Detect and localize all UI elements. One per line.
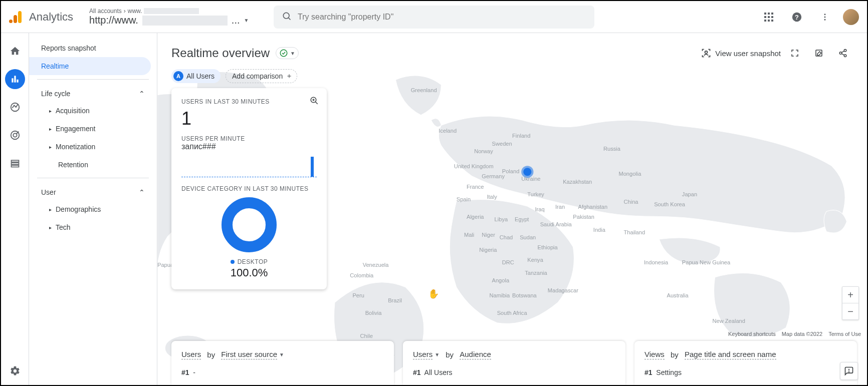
card2-metric[interactable]: Users <box>413 350 432 359</box>
sidebar-acquisition-label: Acquisition <box>56 107 90 115</box>
search-input[interactable] <box>298 13 586 22</box>
svg-point-3 <box>283 13 289 19</box>
search-bar[interactable] <box>274 6 594 29</box>
sidebar-tech-label: Tech <box>56 223 71 231</box>
chevron-up-icon: ⌃ <box>139 188 145 196</box>
svg-text:?: ? <box>795 13 799 21</box>
sidebar-engagement-label: Engagement <box>56 125 95 133</box>
svg-text:Botswana: Botswana <box>512 292 537 298</box>
sidebar-retention[interactable]: Retention <box>29 156 157 174</box>
map-zoom-out-button[interactable]: − <box>842 303 858 319</box>
chevron-down-icon[interactable]: ▼ <box>279 352 284 357</box>
card1-metric[interactable]: Users <box>181 350 201 359</box>
card2-dim[interactable]: Audience <box>460 350 491 359</box>
apps-icon[interactable] <box>759 7 779 27</box>
svg-rect-21 <box>17 80 18 83</box>
svg-text:Mongolia: Mongolia <box>618 171 641 177</box>
account-breadcrumb: All accounts › www. <box>89 8 250 15</box>
card-users-by-source: Users by First user source ▼ #1 - <box>171 341 394 385</box>
card3-rank: #1 <box>644 368 653 376</box>
logo[interactable]: Analytics <box>9 10 73 24</box>
status-chip[interactable]: ▼ <box>276 47 299 59</box>
help-icon[interactable]: ? <box>787 7 807 27</box>
add-comparison-button[interactable]: Add comparison ＋ <box>226 69 297 83</box>
account-selector[interactable]: All accounts › www. http://www.... ▼ <box>89 8 250 26</box>
svg-text:France: France <box>467 184 484 190</box>
svg-text:Thailand: Thailand <box>624 229 645 235</box>
users-per-minute-chart <box>181 155 317 177</box>
rail-explore-icon[interactable] <box>5 97 25 117</box>
rail-reports-icon[interactable] <box>5 69 25 89</box>
segment-all-users[interactable]: A All Users <box>171 69 221 83</box>
svg-text:Sweden: Sweden <box>492 141 512 147</box>
svg-rect-1 <box>14 15 17 23</box>
page-title: Realtime overview <box>171 46 270 60</box>
fullscreen-icon[interactable] <box>785 43 805 63</box>
svg-text:Chad: Chad <box>500 234 513 240</box>
header-actions: ? <box>759 7 859 27</box>
svg-text:Venezuela: Venezuela <box>363 262 389 268</box>
user-focus-icon <box>701 48 711 58</box>
card3-by: by <box>671 350 679 359</box>
sidebar-group-user[interactable]: User ⌃ <box>29 182 157 200</box>
top-actions: View user snapshot <box>701 43 853 63</box>
avatar[interactable] <box>843 9 859 25</box>
sidebar-reports-snapshot[interactable]: Reports snapshot <box>29 39 151 57</box>
svg-point-17 <box>824 16 826 18</box>
segment-chips: A All Users Add comparison ＋ <box>157 69 867 89</box>
svg-text:Saudi Arabia: Saudi Arabia <box>540 222 572 228</box>
svg-text:Mali: Mali <box>464 232 474 238</box>
svg-text:DRC: DRC <box>502 259 514 265</box>
svg-text:Peru: Peru <box>352 292 364 298</box>
map-shortcuts-link[interactable]: Keyboard shortcuts <box>728 331 776 337</box>
sidebar-tech[interactable]: ▸Tech <box>29 218 157 236</box>
map-zoom-control: + − <box>842 286 859 320</box>
rail-settings-icon[interactable] <box>5 361 25 381</box>
view-user-snapshot-button[interactable]: View user snapshot <box>701 48 781 58</box>
card-views-by-page: Views by Page title and screen name #1 S… <box>634 341 857 385</box>
svg-point-2 <box>9 20 13 23</box>
zoom-in-icon[interactable] <box>310 96 319 107</box>
sidebar-group-lifecycle[interactable]: Life cycle ⌃ <box>29 84 157 102</box>
svg-text:Chile: Chile <box>360 333 373 339</box>
sidebar-engagement[interactable]: ▸Engagement <box>29 120 157 138</box>
card3-metric[interactable]: Views <box>644 350 665 359</box>
sidebar-monetization[interactable]: ▸Monetization <box>29 138 157 156</box>
svg-rect-9 <box>768 16 770 18</box>
svg-line-34 <box>841 51 844 53</box>
feedback-button[interactable] <box>840 362 858 380</box>
legend-dot-icon <box>231 260 235 264</box>
device-category-label: DEVICE CATEGORY IN LAST 30 MINUTES <box>181 185 317 192</box>
card1-value: - <box>193 368 195 376</box>
breadcrumb-prefix: All accounts <box>89 8 122 15</box>
more-icon[interactable] <box>815 7 835 27</box>
svg-text:Niger: Niger <box>482 232 495 238</box>
svg-text:South Africa: South Africa <box>497 310 528 316</box>
property-name: http://www.... ▼ <box>89 15 250 26</box>
map-zoom-in-button[interactable]: + <box>842 287 858 303</box>
chevron-down-icon[interactable]: ▼ <box>435 352 440 357</box>
sidebar-monetization-label: Monetization <box>56 143 95 151</box>
users-per-min-label: USERS PER MINUTE <box>181 135 317 142</box>
rail-home-icon[interactable] <box>5 41 25 61</box>
share-icon[interactable] <box>833 43 853 63</box>
edit-icon[interactable] <box>809 43 829 63</box>
sidebar: Reports snapshot Realtime Life cycle ⌃ ▸… <box>29 33 157 385</box>
sidebar-acquisition[interactable]: ▸Acquisition <box>29 102 157 120</box>
card1-dim[interactable]: First user source <box>221 350 277 359</box>
sidebar-demographics[interactable]: ▸Demographics <box>29 200 157 218</box>
svg-rect-6 <box>768 13 770 15</box>
svg-text:Madagascar: Madagascar <box>548 287 578 293</box>
svg-text:Kenya: Kenya <box>527 257 543 263</box>
svg-line-4 <box>289 18 291 20</box>
view-user-snapshot-label: View user snapshot <box>715 49 781 58</box>
card3-dim[interactable]: Page title and screen name <box>685 350 776 359</box>
pan-cursor-icon: ✋ <box>428 288 439 299</box>
rail-configure-icon[interactable] <box>5 153 25 173</box>
map-terms-link[interactable]: Terms of Use <box>828 331 861 337</box>
sidebar-realtime[interactable]: Realtime <box>29 57 151 75</box>
svg-text:Pakistan: Pakistan <box>573 214 594 220</box>
left-rail <box>1 33 29 385</box>
rail-advertising-icon[interactable] <box>5 125 25 145</box>
search-icon <box>282 11 292 23</box>
